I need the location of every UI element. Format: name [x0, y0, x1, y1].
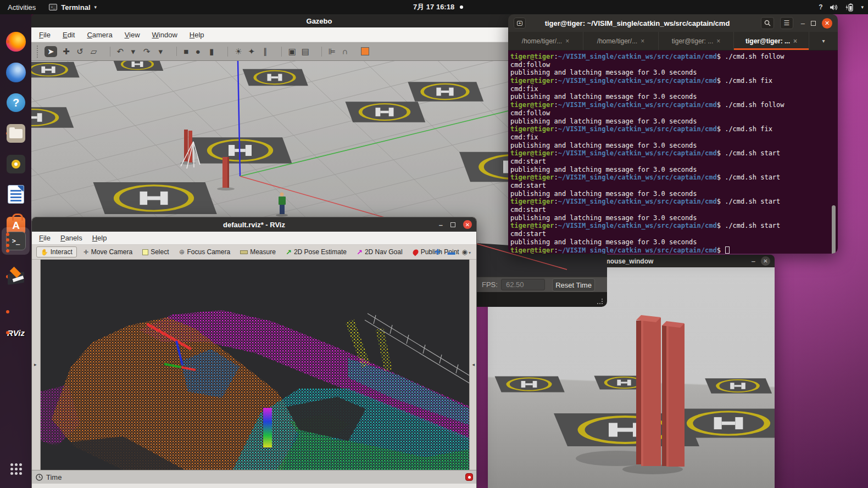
files-icon	[7, 124, 25, 143]
remove-tool-icon[interactable]: ▬	[448, 248, 455, 256]
app-menu[interactable]: ›_ Terminal ▾	[43, 0, 102, 14]
new-tab-button[interactable]: +	[514, 18, 526, 29]
gazebo-tool-insert-cylinder[interactable]: ▮	[207, 47, 216, 57]
rviz-tool[interactable]: Measure	[236, 247, 280, 257]
hamburger-menu-icon[interactable]: ☰	[780, 17, 793, 29]
dock-item-thunderbird[interactable]	[5, 61, 27, 83]
gazebo-menu-item[interactable]: Help	[190, 31, 204, 39]
rviz-menu-item[interactable]: Help	[92, 234, 107, 242]
maximize-icon[interactable]	[811, 21, 816, 26]
dock-item-firefox[interactable]	[5, 31, 27, 53]
maximize-icon[interactable]	[450, 222, 455, 227]
gazebo-tool-copy[interactable]: ▣	[281, 47, 296, 57]
gazebo-tool-undo[interactable]: ↶	[110, 47, 124, 57]
rviz-tool[interactable]: Select	[138, 247, 173, 257]
rviz-menu-item[interactable]: File	[39, 234, 51, 242]
terminal-line: cmd:start	[510, 230, 838, 238]
reset-time-button[interactable]: Reset Time	[552, 278, 595, 291]
gazebo-tool-undo-history[interactable]: ▾	[129, 47, 137, 57]
dock-item-terminal[interactable]: >_	[5, 230, 27, 252]
terminal-scrollbar[interactable]	[832, 205, 836, 254]
fps-label: FPS:	[482, 281, 498, 289]
terminal-line: publishing and latching message for 3.0 …	[510, 166, 838, 174]
camera-view-icon[interactable]: ◉	[462, 248, 471, 256]
tool-icon	[142, 249, 148, 255]
activities-button[interactable]: Activities	[0, 0, 43, 14]
gazebo-tool-paste[interactable]: ▤	[301, 47, 310, 57]
close-icon[interactable]: ✕	[822, 18, 832, 29]
time-panel-header[interactable]: Time	[32, 470, 476, 484]
show-applications-icon[interactable]	[10, 463, 13, 466]
tab-close-icon[interactable]	[716, 37, 720, 45]
gazebo-menu-item[interactable]: Edit	[63, 31, 75, 39]
terminal-titlebar[interactable]: + tiger@tiger: ~/VISIM_single/catkin_ws/…	[508, 14, 838, 32]
terminal-body[interactable]: tiger@tiger:~/VISIM_single/catkin_ws/src…	[508, 51, 838, 254]
libreoffice-writer-icon	[8, 185, 24, 204]
rviz-tool[interactable]: 2D Nav Goal	[353, 247, 407, 257]
rviz-window: default.rviz* - RViz – ✕ FilePanelsHelp …	[31, 217, 477, 488]
dock-item-libreoffice-writer[interactable]	[5, 183, 27, 205]
rviz-menu-item[interactable]: Panels	[60, 234, 82, 242]
close-icon[interactable]: ✕	[463, 220, 472, 229]
terminal-tab[interactable]: /home/tiger/...	[508, 32, 583, 50]
gazebo-tool-select-tool[interactable]: ➤	[44, 46, 57, 57]
system-status-area[interactable]: ? ▾	[819, 0, 864, 14]
rviz-tool[interactable]: Focus Camera	[175, 247, 234, 257]
tab-close-icon[interactable]	[641, 37, 644, 45]
terminal-tab-label: tiger@tiger: ...	[745, 37, 790, 45]
rviz-tool[interactable]: Move Camera	[79, 247, 136, 257]
terminal-tab[interactable]: tiger@tiger: ...	[734, 32, 809, 50]
rviz-tool[interactable]: 2D Pose Estimate	[282, 247, 350, 257]
gazebo-insert-model-icon[interactable]	[361, 47, 369, 55]
terminal-line: publishing and latching message for 3.0 …	[510, 93, 838, 101]
terminal-tab[interactable]: /home/tiger/...	[583, 32, 659, 50]
gazebo-tool-directional-light[interactable]: ∥	[261, 47, 270, 57]
dock-item-files[interactable]	[5, 122, 27, 144]
rviz-3d-viewport[interactable]: ▸	[32, 260, 476, 470]
gazebo-menu-item[interactable]: Window	[152, 31, 177, 39]
gazebo-tool-redo[interactable]: ↷	[142, 47, 151, 57]
app-menu-label: Terminal	[61, 3, 90, 12]
clock-menu[interactable]: 7月 17 16:18	[413, 0, 463, 14]
tool-label: Measure	[250, 248, 276, 256]
gazebo-menu-item[interactable]: Camera	[87, 31, 112, 39]
minimize-icon[interactable]: –	[439, 221, 443, 229]
dock-item-unnamed-app[interactable]	[5, 301, 27, 323]
gazebo-tool-align[interactable]: ⊫	[321, 47, 336, 57]
rviz-titlebar[interactable]: default.rviz* - RViz – ✕	[32, 217, 476, 232]
time-panel-close-button[interactable]	[465, 473, 473, 481]
resize-grip-icon[interactable]	[597, 299, 603, 304]
gazebo-tool-insert-sphere[interactable]: ●	[193, 47, 202, 56]
minimize-icon[interactable]: –	[801, 19, 805, 27]
expand-panel-icon[interactable]: ▸	[34, 362, 37, 367]
close-icon[interactable]: ✕	[761, 256, 770, 266]
gazebo-tool-insert-box[interactable]: ■	[176, 47, 188, 56]
terminal-window: + tiger@tiger: ~/VISIM_single/catkin_ws/…	[508, 14, 838, 254]
gazebo-tool-point-light[interactable]: ☀	[227, 47, 242, 57]
search-icon[interactable]	[761, 17, 774, 29]
tab-close-icon[interactable]	[565, 37, 569, 45]
gazebo-tool-scale-tool[interactable]: ▱	[90, 47, 98, 57]
gazebo-tool-rotate-tool[interactable]: ↺	[76, 47, 85, 57]
tab-list-dropdown-icon[interactable]	[809, 32, 838, 50]
gazebo-tool-spot-light[interactable]: ✦	[247, 47, 256, 57]
terminal-tab[interactable]: tiger@tiger: ...	[659, 32, 734, 50]
minimize-icon[interactable]: –	[752, 257, 755, 265]
gazebo-tool-translate-tool[interactable]: ✚	[62, 47, 71, 57]
toolbar-grip[interactable]	[37, 46, 38, 58]
displays-panel-collapsed[interactable]: ▸	[32, 260, 41, 470]
add-tool-icon[interactable]: ✚	[435, 248, 441, 256]
gazebo-tool-snap[interactable]: ∩	[341, 47, 349, 56]
running-indicator	[6, 310, 9, 313]
views-panel-collapsed[interactable]: ◂	[469, 260, 476, 470]
rviz-tool[interactable]: Interact	[36, 246, 77, 257]
dock-item-help[interactable]: ?	[5, 92, 27, 114]
gazebo-menu-item[interactable]: View	[125, 31, 140, 39]
gazebo-menu-item[interactable]: File	[39, 31, 51, 39]
tab-close-icon[interactable]	[793, 37, 797, 45]
expand-panel-icon[interactable]: ◂	[472, 362, 475, 367]
dock-item-rviz[interactable]: RViz	[5, 322, 27, 344]
dock-item-gazebo[interactable]	[5, 266, 27, 288]
gazebo-tool-redo-history[interactable]: ▾	[156, 47, 165, 57]
dock-item-rhythmbox[interactable]	[5, 153, 27, 175]
